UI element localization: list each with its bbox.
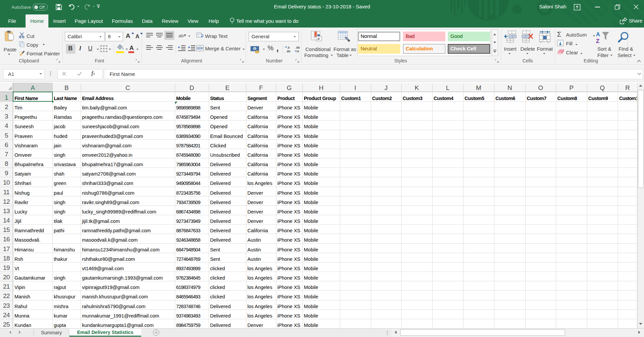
- svg-text:.0: .0: [296, 50, 299, 53]
- svg-text:$: $: [254, 47, 256, 51]
- svg-text:.00: .00: [286, 50, 290, 53]
- svg-text:A: A: [596, 31, 600, 38]
- svg-text:.0: .0: [287, 46, 290, 49]
- svg-text:ab: ab: [178, 33, 183, 38]
- svg-text:Z: Z: [596, 38, 599, 44]
- svg-text:≠: ≠: [317, 36, 320, 41]
- svg-text:.00: .00: [295, 46, 300, 49]
